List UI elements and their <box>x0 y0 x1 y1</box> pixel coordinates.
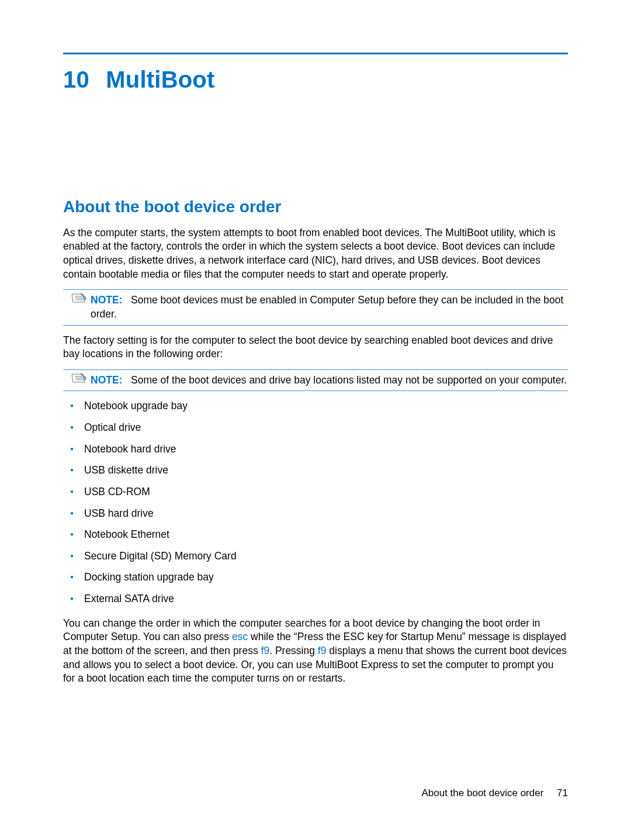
list-item: Secure Digital (SD) Memory Card <box>63 549 568 564</box>
note-1-text: Some boot devices must be enabled in Com… <box>91 294 563 320</box>
list-item: USB diskette drive <box>63 464 568 478</box>
change-mid2: . Pressing <box>269 645 318 656</box>
note-label: NOTE: <box>91 294 122 306</box>
chapter-number: 10 <box>63 64 99 95</box>
key-f9: f9 <box>318 645 327 656</box>
list-item: USB CD-ROM <box>63 485 568 499</box>
chapter-title: 10 MultiBoot <box>63 64 568 95</box>
change-paragraph: You can change the order in which the co… <box>63 617 568 686</box>
list-item: USB hard drive <box>63 507 568 521</box>
list-item: Optical drive <box>63 421 568 435</box>
intro-paragraph: As the computer starts, the system attem… <box>63 226 568 282</box>
list-item: Notebook Ethernet <box>63 528 568 542</box>
page-footer: About the boot device order 71 <box>421 787 568 800</box>
top-rule <box>63 53 568 54</box>
key-esc: esc <box>232 631 248 642</box>
document-page: 10 MultiBoot About the boot device order… <box>0 0 631 840</box>
note-2-text: Some of the boot devices and drive bay l… <box>131 374 567 386</box>
note-icon <box>71 292 86 304</box>
boot-order-list: Notebook upgrade bay Optical drive Noteb… <box>63 399 568 606</box>
list-item: Notebook hard drive <box>63 443 568 457</box>
footer-title: About the boot device order <box>421 787 543 798</box>
list-item: External SATA drive <box>63 592 568 606</box>
key-f9: f9 <box>261 645 270 656</box>
factory-paragraph: The factory setting is for the computer … <box>63 334 568 361</box>
note-block-1: NOTE: Some boot devices must be enabled … <box>63 289 568 325</box>
note-block-2: NOTE: Some of the boot devices and drive… <box>63 369 568 392</box>
chapter-name: MultiBoot <box>106 67 214 92</box>
section-title: About the boot device order <box>63 196 568 218</box>
note-label: NOTE: <box>91 374 122 386</box>
note-icon <box>71 372 86 384</box>
footer-page-number: 71 <box>557 787 568 798</box>
list-item: Docking station upgrade bay <box>63 571 568 585</box>
list-item: Notebook upgrade bay <box>63 399 568 413</box>
